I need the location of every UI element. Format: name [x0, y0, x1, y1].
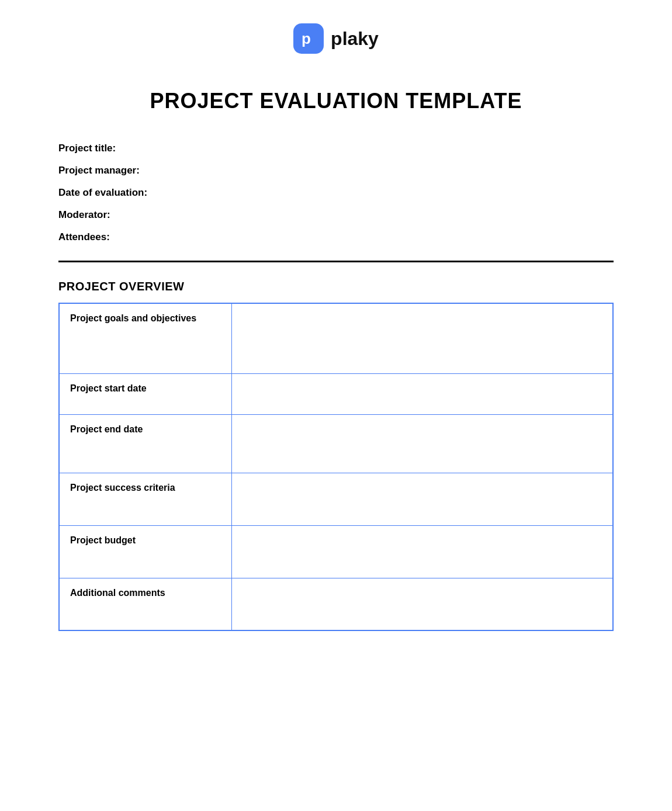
logo-icon: p — [293, 23, 324, 54]
table-cell-success-label: Project success criteria — [59, 473, 231, 525]
table-row-start-date: Project start date — [59, 373, 613, 414]
meta-label-moderator: Moderator: — [58, 209, 110, 220]
meta-label-project-manager: Project manager: — [58, 165, 140, 176]
table-row-end-date: Project end date — [59, 414, 613, 473]
page-title: PROJECT EVALUATION TEMPLATE — [58, 89, 614, 113]
logo-area: p plaky — [58, 23, 614, 54]
table-cell-budget-value — [231, 525, 613, 578]
meta-label-date-evaluation: Date of evaluation: — [58, 187, 147, 198]
logo-text: plaky — [331, 28, 379, 50]
meta-field-date-evaluation: Date of evaluation: — [58, 187, 614, 199]
table-cell-end-date-label: Project end date — [59, 414, 231, 473]
table-row-success-criteria: Project success criteria — [59, 473, 613, 525]
table-cell-start-date-label: Project start date — [59, 373, 231, 414]
table-row-additional-comments: Additional comments — [59, 578, 613, 630]
table-cell-comments-value — [231, 578, 613, 630]
meta-field-moderator: Moderator: — [58, 209, 614, 221]
table-cell-comments-label: Additional comments — [59, 578, 231, 630]
table-cell-success-value — [231, 473, 613, 525]
section-heading-overview: PROJECT OVERVIEW — [58, 280, 614, 293]
table-cell-end-date-value — [231, 414, 613, 473]
meta-field-project-manager: Project manager: — [58, 165, 614, 176]
meta-field-project-title: Project title: — [58, 143, 614, 154]
table-cell-goals-label: Project goals and objectives — [59, 303, 231, 373]
section-divider — [58, 261, 614, 262]
table-cell-budget-label: Project budget — [59, 525, 231, 578]
overview-table: Project goals and objectives Project sta… — [58, 303, 614, 631]
meta-label-attendees: Attendees: — [58, 231, 110, 242]
table-cell-start-date-value — [231, 373, 613, 414]
table-cell-goals-value — [231, 303, 613, 373]
meta-field-attendees: Attendees: — [58, 231, 614, 243]
meta-label-project-title: Project title: — [58, 143, 116, 154]
table-row-budget: Project budget — [59, 525, 613, 578]
table-row-goals: Project goals and objectives — [59, 303, 613, 373]
svg-text:p: p — [302, 30, 311, 47]
meta-section: Project title: Project manager: Date of … — [58, 143, 614, 243]
